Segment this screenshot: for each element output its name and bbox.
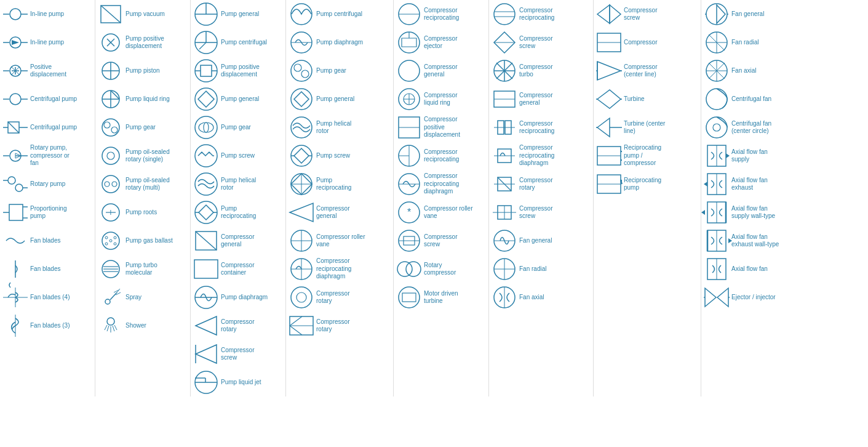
svg-point-121	[291, 60, 312, 81]
row-compressor-reciprocating-1: Compressor reciprocating	[394, 0, 488, 28]
row-rotary-compressor: Rotary compressor	[394, 255, 488, 283]
label-fan-blades-2: Fan blades	[30, 265, 60, 273]
symbol-rotary-pump-compressor	[2, 144, 28, 167]
label-pump-liquid-jet: Pump liquid jet	[221, 379, 261, 387]
symbol-pump-turbo-molecular	[98, 257, 124, 281]
symbol-recip-pump	[596, 172, 622, 196]
svg-marker-251	[701, 210, 705, 215]
svg-point-122	[294, 64, 301, 71]
label-centrifugal-fan: Centrifugal fan	[731, 95, 771, 103]
symbol-pump-diaphragm	[193, 286, 219, 309]
row-axial-fan: Axial flow fan	[701, 255, 815, 283]
symbol-compressor-reciprocating-diaphragm-2	[396, 172, 422, 196]
label-comp-recip-diaphragm-c6: Compressor reciprocating diaphragm	[519, 144, 568, 167]
row-comp-recip-c6-2: Compressor reciprocating	[489, 113, 593, 142]
symbol-fan-axial-c6	[492, 286, 517, 309]
row-rotary-pump-compressor: Rotary pump, compressor or fan	[0, 142, 95, 170]
row-fan-axial-c6: Fan axial	[489, 283, 593, 312]
row-fan-blades-4: Fan blades (4)	[0, 283, 95, 312]
row-pump-liquid-ring: Pump liquid ring	[95, 85, 190, 113]
label-fan-blades-3: Fan blades (3)	[30, 322, 70, 330]
row-axial-fan-exhaust-wall: Axial flow fan exhaust wall-type	[701, 227, 815, 255]
svg-point-52	[111, 127, 117, 133]
label-compressor-reciprocating-diaphragm-2: Compressor reciprocating diaphragm	[424, 172, 473, 196]
symbol-pump-liquid-ring	[98, 87, 124, 111]
svg-point-142	[291, 287, 312, 308]
svg-rect-108	[194, 260, 218, 278]
row-compressor-positive-displacement: Compressor positive displacement	[394, 113, 488, 142]
row-pump-gas-ballast: Pump gas ballast	[95, 227, 190, 255]
label-pump-gear-2: Pump gear	[221, 124, 251, 132]
label-pump-reciprocating: Pump reciprocating	[221, 205, 270, 220]
svg-line-19	[8, 122, 19, 133]
symbol-fan-radial-c8	[704, 31, 730, 54]
svg-point-1	[10, 9, 21, 20]
label-compressor-roller-vane-2: Compressor roller vane	[424, 205, 473, 220]
row-pump-turbo-molecular: Pump turbo molecular	[95, 255, 190, 283]
label-axial-fan: Axial flow fan	[731, 265, 768, 273]
row-compressor-screw-2: Compressor screw	[394, 227, 488, 255]
label-compressor-container: Compressor container	[221, 262, 270, 277]
label-compressor-general-2: Compressor general	[316, 205, 365, 220]
svg-line-107	[196, 232, 217, 250]
symbol-rotary-compressor	[396, 257, 422, 281]
svg-line-146	[290, 316, 302, 326]
symbol-motor-driven-turbine	[396, 286, 422, 309]
row-recip-pump-compressor: Reciprocating pump / compressor	[594, 142, 701, 170]
symbol-pump-roots: I	[98, 201, 124, 224]
symbol-inline-pump-2	[2, 31, 28, 54]
symbol-fan-blades-4	[2, 286, 28, 309]
row-pump-reciprocating-2: Pump reciprocating	[286, 170, 393, 198]
svg-marker-112	[196, 345, 217, 363]
row-compressor-rotary-1: Compressor rotary	[191, 312, 285, 340]
symbol-pump-gear-2	[193, 116, 219, 139]
row-pump-liquid-jet: Pump liquid jet	[191, 368, 285, 397]
svg-marker-259	[717, 288, 728, 307]
symbol-axial-fan-exhaust-wall	[704, 229, 730, 252]
row-spray: Spray	[95, 283, 190, 312]
row-fan-blades-1: Fan blades	[0, 227, 95, 255]
row-pump-diaphragm-2: Pump diaphragm	[286, 28, 393, 57]
symbol-centrifugal-pump-1	[2, 87, 28, 111]
label-compressor-liquid-ring: Compressor liquid ring	[424, 92, 473, 107]
symbol-pump-helical-rotor-2	[289, 116, 314, 139]
row-pump-general-3: Pump general	[286, 85, 393, 113]
symbol-pump-oil-sealed-multi	[98, 172, 124, 196]
row-pump-gear-2: Pump gear	[191, 113, 285, 142]
symbol-turbine-center-line	[596, 116, 622, 139]
row-pump-reciprocating: Pump reciprocating	[191, 198, 285, 227]
row-axial-fan-supply: Axial flow fan supply	[701, 142, 815, 170]
symbol-fan-general-c8	[704, 2, 730, 26]
label-compressor-rotary-2: Compressor rotary	[316, 290, 365, 305]
svg-marker-208	[597, 62, 621, 80]
symbol-compressor-liquid-ring	[396, 87, 422, 111]
label-pump-pos-disp: Pump positive displacement	[221, 63, 270, 79]
symbol-comp-rotary-c6	[492, 172, 517, 196]
label-pump-positive-displacement: Pump positive displacement	[125, 35, 175, 50]
svg-marker-258	[705, 288, 716, 307]
label-axial-fan-supply: Axial flow fan supply	[731, 148, 781, 164]
label-fan-blades-1: Fan blades	[30, 237, 60, 245]
row-pump-gear: Pump gear	[95, 113, 190, 142]
label-pump-general-2: Pump general	[221, 95, 259, 103]
symbol-compressor-reciprocating-1	[396, 2, 422, 26]
row-axial-fan-supply-wall: Axial flow fan supply wall-type	[701, 198, 815, 227]
svg-point-66	[109, 240, 112, 242]
row-comp-general-c6: Compressor general	[489, 85, 593, 113]
row-compressor-roller-vane-1: Compressor roller vane	[286, 227, 393, 255]
label-axial-fan-exhaust-wall: Axial flow fan exhaust wall-type	[731, 233, 781, 249]
symbol-pump-helical-rotor	[193, 172, 219, 196]
label-pump-reciprocating-2: Pump reciprocating	[316, 177, 365, 192]
symbol-comp-center-line	[596, 59, 622, 83]
symbol-recip-pump-compressor	[596, 144, 622, 167]
row-comp-rotary-c6: Compressor rotary	[489, 170, 593, 198]
label-compressor-positive-displacement: Compressor positive displacement	[424, 116, 473, 139]
svg-point-174	[494, 4, 515, 25]
symbol-comp-screw-c6-2	[492, 201, 517, 224]
symbol-pump-oil-sealed-single	[98, 144, 124, 167]
svg-marker-128	[294, 148, 309, 163]
symbol-axial-fan-supply-wall	[704, 201, 730, 224]
symbol-pump-positive-displacement	[98, 31, 124, 54]
symbol-ejector-injector	[704, 286, 730, 309]
row-centrifugal-pump-2: Centrifugal pump	[0, 113, 95, 142]
